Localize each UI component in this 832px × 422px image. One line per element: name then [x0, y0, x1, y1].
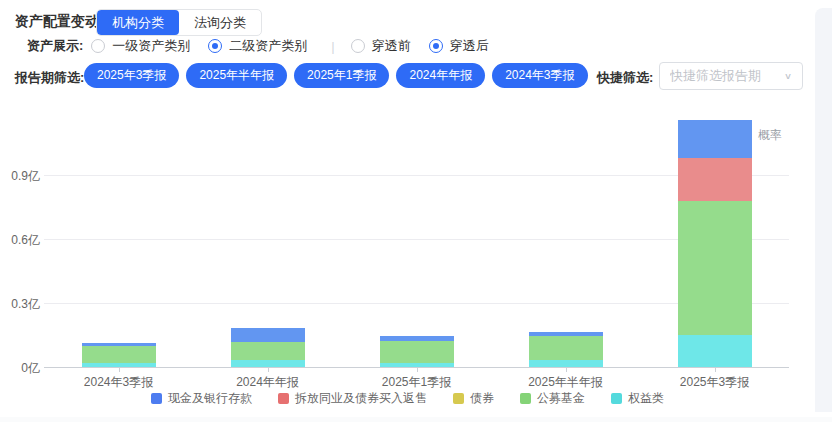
- y-axis-tick-label: 0.3亿: [0, 296, 40, 313]
- legend-item[interactable]: 权益类: [611, 390, 664, 407]
- bar-segment[interactable]: [380, 336, 454, 341]
- stacked-bar-chart: 概率 0亿0.3亿0.6亿0.9亿2024年3季报2024年年报2025年1季报…: [0, 0, 832, 422]
- y-axis-tick-label: 0.9亿: [0, 168, 40, 185]
- asset-allocation-panel: 资产配置变动 机构分类法询分类 资产展示: 一级资产类别二级资产类别 | 穿透前…: [0, 0, 832, 422]
- legend-swatch-icon: [611, 393, 622, 404]
- bar-segment[interactable]: [380, 363, 454, 367]
- bar-segment[interactable]: [231, 328, 305, 342]
- x-axis-tick-label: 2024年3季报: [59, 374, 179, 391]
- x-axis-tick-label: 2025年半年报: [506, 374, 626, 391]
- legend-item[interactable]: 拆放同业及债券买入返售: [278, 390, 427, 407]
- legend-swatch-icon: [151, 393, 162, 404]
- legend-item[interactable]: 现金及银行存款: [151, 390, 252, 407]
- bar-segment[interactable]: [231, 360, 305, 367]
- bar-segment[interactable]: [231, 342, 305, 361]
- x-axis-tick: [268, 368, 269, 372]
- legend-label: 债券: [470, 390, 494, 407]
- bar-segment[interactable]: [82, 346, 156, 363]
- bar-segment[interactable]: [678, 335, 752, 367]
- y-axis-tick-label: 0亿: [0, 360, 40, 377]
- bar-segment[interactable]: [529, 336, 603, 360]
- bar-segment[interactable]: [380, 341, 454, 363]
- bar-segment[interactable]: [82, 343, 156, 346]
- bar-segment[interactable]: [529, 332, 603, 336]
- x-axis-tick: [417, 368, 418, 372]
- chart-legend: 现金及银行存款拆放同业及债券买入返售债券公募基金权益类: [0, 390, 815, 407]
- legend-label: 权益类: [628, 390, 664, 407]
- legend-label: 拆放同业及债券买入返售: [295, 390, 427, 407]
- legend-item[interactable]: 债券: [453, 390, 494, 407]
- legend-swatch-icon: [278, 393, 289, 404]
- x-axis-tick: [715, 368, 716, 372]
- bar-segment[interactable]: [678, 120, 752, 158]
- legend-swatch-icon: [453, 393, 464, 404]
- bar-segment[interactable]: [678, 201, 752, 335]
- legend-label: 公募基金: [537, 390, 585, 407]
- chart-annotation: 概率: [758, 127, 782, 144]
- bar-segment[interactable]: [82, 363, 156, 367]
- legend-swatch-icon: [520, 393, 531, 404]
- legend-label: 现金及银行存款: [168, 390, 252, 407]
- x-axis-tick-label: 2025年3季报: [655, 374, 775, 391]
- bar-segment[interactable]: [678, 158, 752, 201]
- x-axis-tick-label: 2024年年报: [208, 374, 328, 391]
- x-axis-tick-label: 2025年1季报: [357, 374, 477, 391]
- legend-item[interactable]: 公募基金: [520, 390, 585, 407]
- x-axis-tick: [119, 368, 120, 372]
- x-axis-tick: [566, 368, 567, 372]
- bar-segment[interactable]: [529, 360, 603, 367]
- y-axis-tick-label: 0.6亿: [0, 232, 40, 249]
